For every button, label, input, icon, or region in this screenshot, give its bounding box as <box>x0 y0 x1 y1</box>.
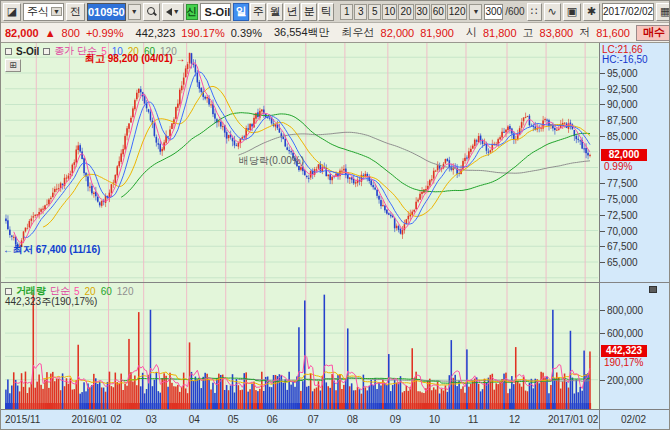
date-tick-label: 06 <box>267 414 278 425</box>
current-price: 82,000 <box>5 27 39 39</box>
price-pane[interactable]: S-Oil 종가 단순 5102060120 ⊞ 최고 98,200 (04/0… <box>1 43 599 283</box>
chevron-down-icon: ▼ <box>51 7 62 16</box>
volume-axis[interactable]: 442,323 190,17% 800,000600,000200,000 <box>599 283 669 409</box>
ma-period-label: 60 <box>101 286 112 297</box>
price-change: 800 <box>62 27 80 39</box>
price-axis[interactable]: LC:21,66 HC:-16,50 82,000 0.99% 95,00092… <box>599 43 669 283</box>
trendline-icon: ∿ <box>548 6 557 17</box>
date-input[interactable]: 2017/02/02 <box>602 3 654 21</box>
period-button-틱[interactable]: 틱 <box>318 3 334 21</box>
sound-button[interactable]: ▼ <box>162 3 184 21</box>
buy-button[interactable]: 매수 <box>636 25 670 41</box>
price-tick-label: 95,000 <box>607 68 638 79</box>
calendar-icon: ▦ <box>660 6 670 17</box>
date-axis[interactable]: 02/02 2015/112016/0102030405060708091011… <box>1 409 669 429</box>
price-tick-label: 72,500 <box>607 210 638 221</box>
market-select-label: 주식 <box>27 4 49 19</box>
interval-button-120[interactable]: 120 <box>447 4 468 20</box>
checkbox-icon[interactable] <box>5 48 12 55</box>
open-label: 시 <box>466 25 477 40</box>
settings-button[interactable]: ✱ <box>583 3 600 21</box>
high-label: 고 <box>523 25 534 40</box>
screen-switch-button[interactable]: ◪ <box>3 3 21 21</box>
interval-button-group: 13510203060120 <box>340 4 467 20</box>
date-axis-corner: 02/02 <box>621 414 646 425</box>
volume-tick-label: 600,000 <box>607 328 643 339</box>
chart-tool-button[interactable]: ⊞ <box>5 59 21 72</box>
legend-stock-name: S-Oil <box>16 46 39 57</box>
checkbox-icon[interactable] <box>5 288 12 295</box>
volume-value: 442,323 <box>136 27 176 39</box>
high-price: 83,800 <box>540 27 574 39</box>
volume-tick-label: 800,000 <box>607 305 643 316</box>
price-tick-label: 92,500 <box>607 84 638 95</box>
low-label: 저 <box>579 25 590 40</box>
interval-button-20[interactable]: 20 <box>398 4 413 20</box>
date-tick-label: 2017/01 <box>548 414 584 425</box>
current-volume-marker: 442,323 <box>601 345 647 357</box>
date-tick-label: 08 <box>347 414 358 425</box>
save-icon: ▣ <box>567 6 577 17</box>
current-price-marker: 82,000 <box>601 149 647 161</box>
high-annotation: 최고 98,200 (04/01) → <box>85 52 186 66</box>
interval-button-60[interactable]: 60 <box>431 4 446 20</box>
date-tick-label: 05 <box>228 414 239 425</box>
pane-resize-handle[interactable] <box>649 286 657 293</box>
period-button-group: 일주월년분틱 <box>233 3 334 21</box>
price-tick-label: 87,500 <box>607 115 638 126</box>
volume-summary: 442,323주(190,17%) <box>5 295 97 309</box>
date-tick-label: 12 <box>509 414 520 425</box>
date-tick-label: 10 <box>429 414 440 425</box>
trendline-button[interactable]: ∿ <box>544 3 561 21</box>
up-arrow-icon: ▲ <box>45 27 56 39</box>
date-tick-label: 11 <box>468 414 478 425</box>
period-button-주[interactable]: 주 <box>250 3 266 21</box>
quote-bar: 82,000 ▲ 800 +0.99% 442,323 190.17% 0.39… <box>1 23 669 43</box>
best-quote-label: 최우선 <box>342 25 375 40</box>
price-tick-label: 85,000 <box>607 131 638 142</box>
date-tick-label: 03 <box>146 414 157 425</box>
stock-name-field[interactable]: S-Oil <box>200 3 232 21</box>
checkbox-icon[interactable] <box>43 48 50 55</box>
period-button-년[interactable]: 년 <box>284 3 300 21</box>
toolbar: ◪ 주식▼ 전 010950 ▼ ▼ 신 S-Oil 일주월년분틱 135102… <box>1 1 669 23</box>
compare-button[interactable]: ∷ <box>527 3 542 21</box>
interval-button-10[interactable]: 10 <box>382 4 397 20</box>
date-tick-label: 02 <box>587 414 598 425</box>
chart-area: S-Oil 종가 단순 5102060120 ⊞ 최고 98,200 (04/0… <box>1 43 669 429</box>
date-tick-label: 02 <box>111 414 122 425</box>
stock-code-input[interactable]: 010950 <box>87 3 126 21</box>
period-button-일[interactable]: 일 <box>233 3 249 21</box>
volume-pane[interactable]: 거래량 단순 52060120 442,323주(190,17%) <box>1 283 599 403</box>
bar-count-input[interactable]: 300 <box>484 4 503 20</box>
interval-button-1[interactable]: 1 <box>340 4 353 20</box>
interval-button-30[interactable]: 30 <box>415 4 430 20</box>
best-ask: 81,900 <box>420 27 454 39</box>
turnover-pct: 0.39% <box>231 27 262 39</box>
date-tick-label: 09 <box>390 414 401 425</box>
new-listing-badge: 신 <box>186 4 198 20</box>
price-tick-label: 75,000 <box>607 194 638 205</box>
prev-stock-button[interactable]: 전 <box>66 3 85 21</box>
interval-dropdown[interactable]: ▼ <box>469 4 482 20</box>
dots-plus-icon: ∷ <box>531 6 538 17</box>
period-button-월[interactable]: 월 <box>267 3 283 21</box>
volume-pct: 190.17% <box>181 27 224 39</box>
date-tick-label: 04 <box>189 414 200 425</box>
open-price: 81,800 <box>483 27 517 39</box>
price-change-pct: +0.99% <box>86 27 124 39</box>
bar-count-total: /600 <box>505 6 524 17</box>
interval-button-5[interactable]: 5 <box>368 4 381 20</box>
code-dropdown-button[interactable]: ▼ <box>128 4 141 20</box>
market-select[interactable]: 주식▼ <box>23 3 64 21</box>
search-button[interactable] <box>143 3 160 21</box>
speaker-icon <box>166 8 172 16</box>
calendar-button[interactable]: ▦ <box>656 3 670 21</box>
interval-button-3[interactable]: 3 <box>354 4 367 20</box>
period-button-분[interactable]: 분 <box>301 3 317 21</box>
price-tick-label: 77,500 <box>607 178 638 189</box>
chevron-down-icon: ▼ <box>472 8 479 15</box>
save-button[interactable]: ▣ <box>563 3 581 21</box>
trade-amount: 36,554백만 <box>274 25 330 40</box>
price-tick-label: 70,000 <box>607 226 638 237</box>
